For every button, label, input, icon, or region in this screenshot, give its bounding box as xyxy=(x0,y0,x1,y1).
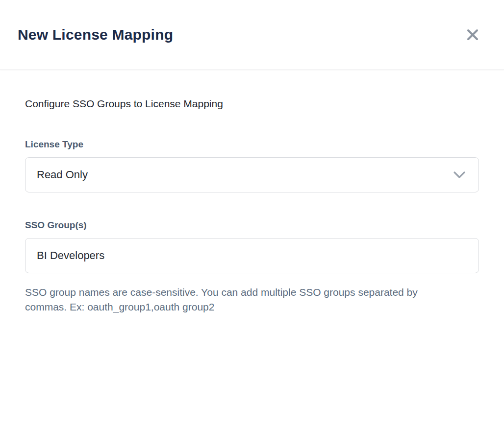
sso-groups-input[interactable] xyxy=(25,238,479,273)
license-type-value: Read Only xyxy=(37,168,88,181)
license-type-label: License Type xyxy=(25,139,479,150)
sso-groups-help: SSO group names are case-sensitive. You … xyxy=(25,285,456,314)
license-type-field-group: License Type Read Only xyxy=(25,139,479,192)
sso-groups-field-group: SSO Group(s) SSO group names are case-se… xyxy=(25,220,479,314)
chevron-down-icon xyxy=(453,171,466,179)
close-icon xyxy=(466,28,479,42)
modal-body: Configure SSO Groups to License Mapping … xyxy=(0,70,504,429)
license-type-select[interactable]: Read Only xyxy=(25,157,479,192)
modal-header: New License Mapping xyxy=(0,0,504,70)
config-heading: Configure SSO Groups to License Mapping xyxy=(25,98,479,110)
sso-groups-label: SSO Group(s) xyxy=(25,220,479,231)
close-button[interactable] xyxy=(463,25,482,45)
modal-title: New License Mapping xyxy=(18,26,173,43)
new-license-mapping-modal: New License Mapping Configure SSO Groups… xyxy=(0,0,504,429)
